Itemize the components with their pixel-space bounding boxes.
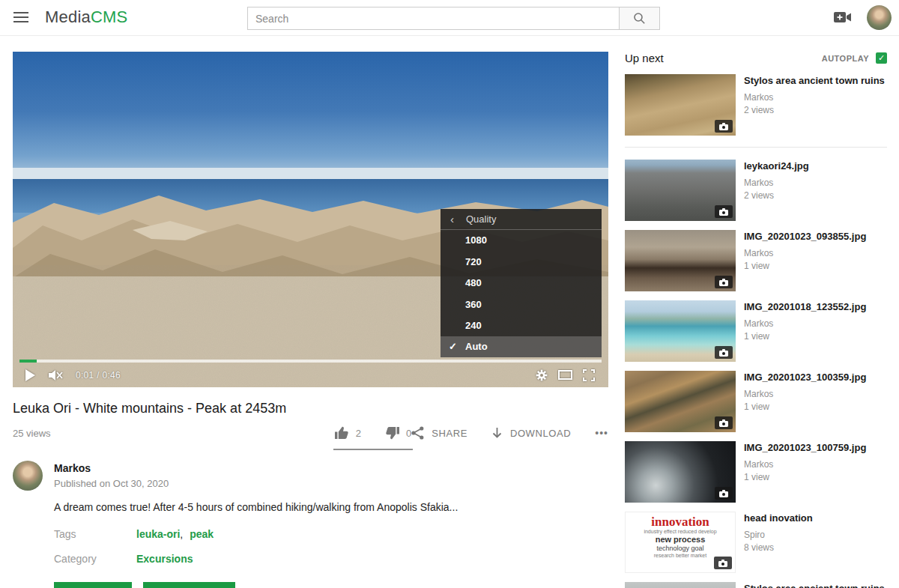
logo-media: Media xyxy=(45,7,91,26)
quality-menu: ‹ Quality 1080 720 480 360 240 ✓ Auto xyxy=(441,209,602,357)
camera-icon xyxy=(719,490,728,497)
camera-badge xyxy=(715,120,733,133)
related-author: Markos xyxy=(744,318,866,329)
related-author: Markos xyxy=(744,92,885,103)
download-label: DOWNLOAD xyxy=(510,428,571,439)
quality-option-auto[interactable]: ✓ Auto xyxy=(441,336,602,357)
camera-icon xyxy=(719,349,728,357)
quality-option-720[interactable]: 720 xyxy=(441,251,602,272)
related-title: Stylos area ancient town ruins xyxy=(744,75,885,88)
search-input[interactable] xyxy=(247,7,620,30)
search-bar xyxy=(247,7,660,30)
related-item-2[interactable]: leykaori24.jpg Markos 2 views xyxy=(625,160,887,221)
autoplay-toggle[interactable]: AUTOPLAY ✓ xyxy=(822,52,887,64)
upload-media-button[interactable] xyxy=(834,11,852,27)
more-actions-button[interactable]: ••• xyxy=(595,427,608,439)
related-thumbnail xyxy=(625,230,736,291)
related-thumbnail xyxy=(625,441,736,503)
tag-leuka-ori[interactable]: leuka-ori xyxy=(136,528,180,540)
related-author: Markos xyxy=(744,459,866,470)
download-icon xyxy=(491,427,503,440)
meta-row: 25 views 2 0 xyxy=(13,426,608,440)
autoplay-checkbox[interactable]: ✓ xyxy=(876,52,887,64)
related-thumbnail xyxy=(625,74,736,136)
menu-icon[interactable] xyxy=(13,12,28,23)
quality-option-360[interactable]: 360 xyxy=(441,294,602,315)
volume-muted-icon xyxy=(49,369,64,381)
video-title: Leuka Ori - White mountains - Peak at 24… xyxy=(13,401,608,416)
related-item-5[interactable]: IMG_20201023_100359.jpg Markos 1 view xyxy=(625,371,887,432)
related-author: Markos xyxy=(744,178,809,188)
related-views: 8 views xyxy=(744,542,813,553)
related-views: 1 view xyxy=(744,472,866,482)
settings-button[interactable] xyxy=(536,369,548,381)
dislike-button[interactable]: 0 xyxy=(385,426,411,440)
related-author: Spiro xyxy=(744,530,813,540)
share-label: SHARE xyxy=(432,428,467,439)
camera-badge xyxy=(715,276,733,288)
top-bar: MediaCMS xyxy=(0,0,899,36)
delete-media-button[interactable]: DELETE MEDIA xyxy=(143,582,235,588)
related-item-6[interactable]: IMG_20201023_100759.jpg Markos 1 view xyxy=(625,441,887,503)
player-controls: 0:01 / 0:46 xyxy=(13,363,608,387)
rating-group: 2 0 xyxy=(335,426,411,440)
related-views: 2 views xyxy=(744,190,809,201)
thumb-up-icon xyxy=(335,426,349,440)
related-thumbnail xyxy=(625,582,736,588)
related-title: Stylos area ancient town ruins xyxy=(744,583,885,588)
fullscreen-button[interactable] xyxy=(583,369,595,381)
category-excursions[interactable]: Excursions xyxy=(136,553,193,565)
related-item-7[interactable]: innovation industry effect reduced devel… xyxy=(625,512,887,573)
logo[interactable]: MediaCMS xyxy=(45,7,127,27)
download-button[interactable]: DOWNLOAD xyxy=(491,427,571,440)
quality-option-480[interactable]: 480 xyxy=(441,272,602,293)
camera-badge xyxy=(715,205,733,218)
camera-icon xyxy=(718,560,727,567)
related-item-1[interactable]: Stylos area ancient town ruins Markos 2 … xyxy=(625,74,887,136)
autoplay-label: AUTOPLAY xyxy=(822,54,869,63)
related-item-3[interactable]: IMG_20201023_093855.jpg Markos 1 view xyxy=(625,230,887,291)
camera-badge xyxy=(714,557,732,569)
camera-icon xyxy=(719,279,728,286)
video-actions: 2 0 SHARE xyxy=(335,426,608,440)
wordcloud-main: innovation xyxy=(626,515,735,528)
quality-option-240[interactable]: 240 xyxy=(441,315,602,336)
related-thumbnail xyxy=(625,160,736,221)
tag-peak[interactable]: peak xyxy=(190,528,214,540)
related-author: Markos xyxy=(744,389,866,399)
related-views: 2 views xyxy=(744,105,885,115)
related-views: 1 view xyxy=(744,331,866,342)
logo-cms: CMS xyxy=(91,7,128,26)
play-button[interactable] xyxy=(25,369,35,381)
check-icon: ✓ xyxy=(441,341,465,352)
search-button[interactable] xyxy=(619,7,660,30)
camera-badge xyxy=(715,416,733,429)
related-item-8[interactable]: Stylos area ancient town ruins xyxy=(625,582,887,588)
share-button[interactable]: SHARE xyxy=(411,426,467,440)
author-avatar[interactable] xyxy=(13,461,43,491)
edit-media-button[interactable]: EDIT MEDIA xyxy=(54,582,132,588)
camera-icon xyxy=(719,208,728,216)
category-row: Category Excursions xyxy=(54,553,608,565)
back-chevron-icon: ‹ xyxy=(450,213,454,225)
mute-button[interactable] xyxy=(49,369,64,381)
quality-option-1080[interactable]: 1080 xyxy=(441,230,602,251)
author-name[interactable]: Markos xyxy=(54,462,169,474)
camera-icon xyxy=(719,123,728,130)
view-count: 25 views xyxy=(13,428,51,439)
quality-menu-header[interactable]: ‹ Quality xyxy=(441,209,602,230)
user-avatar[interactable] xyxy=(867,5,892,30)
video-description: A dream comes true! After 4-5 hours of c… xyxy=(54,500,608,515)
related-item-4[interactable]: IMG_20201018_123552.jpg Markos 1 view xyxy=(625,300,887,362)
related-title: IMG_20201023_093855.jpg xyxy=(744,231,866,243)
category-label: Category xyxy=(54,553,136,565)
related-views: 1 view xyxy=(744,401,866,412)
camera-badge xyxy=(715,346,733,359)
camera-icon xyxy=(719,419,728,427)
up-next-title: Up next xyxy=(625,52,664,64)
related-views: 1 view xyxy=(744,261,866,271)
video-player[interactable]: ‹ Quality 1080 720 480 360 240 ✓ Auto xyxy=(13,52,608,387)
main-column: ‹ Quality 1080 720 480 360 240 ✓ Auto xyxy=(13,52,608,588)
like-button[interactable]: 2 xyxy=(335,426,361,440)
theater-mode-button[interactable] xyxy=(558,370,572,380)
